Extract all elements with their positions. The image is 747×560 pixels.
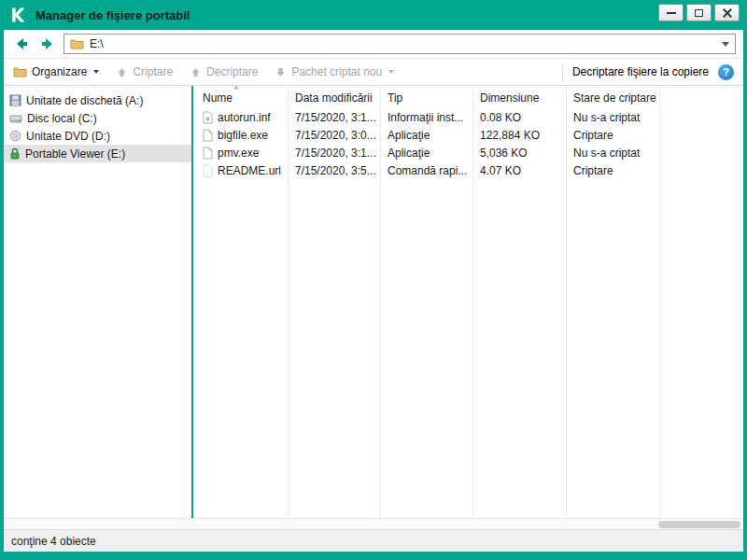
maximize-icon	[695, 9, 703, 17]
file-encryption-status: Criptare	[566, 129, 659, 142]
file-row[interactable]: pmv.exe 7/15/2020, 3:1... Aplicaţie 5,03…	[193, 144, 743, 161]
file-encryption-status: Nu s-a criptat	[566, 111, 659, 124]
organize-button[interactable]: Organizare	[13, 65, 99, 78]
close-icon	[723, 8, 732, 18]
back-button[interactable]	[11, 34, 32, 54]
caption-buttons	[658, 4, 740, 21]
arrow-up-icon	[190, 66, 202, 78]
file-modified: 7/15/2020, 3:1...	[288, 147, 380, 160]
column-divider[interactable]	[659, 86, 660, 518]
sidebar-item-local-disk-c[interactable]: Disc local (C:)	[4, 109, 191, 127]
decrypt-label: Decriptare	[206, 65, 258, 78]
file-modified: 7/15/2020, 3:0...	[288, 129, 380, 142]
file-size: 5,036 KO	[472, 147, 566, 160]
address-text: E:\	[90, 37, 104, 50]
file-encryption-status: Criptare	[566, 164, 659, 177]
kaspersky-logo-icon	[7, 5, 28, 25]
forward-button[interactable]	[37, 34, 58, 54]
file-size: 122,884 KO	[472, 129, 566, 142]
hard-disk-icon	[9, 113, 22, 124]
file-name: autorun.inf	[218, 111, 271, 124]
column-divider[interactable]	[566, 86, 567, 518]
exe-file-icon	[203, 147, 213, 160]
window-title: Manager de fişiere portabil	[35, 8, 190, 22]
lock-icon	[9, 147, 21, 160]
file-encryption-status: Nu s-a criptat	[566, 147, 659, 160]
file-row[interactable]: README.url 7/15/2020, 3:5... Comandă rap…	[193, 161, 743, 179]
sidebar-item-label: Unitate de dischetă (A:)	[26, 94, 143, 107]
decrypt-on-copy-option[interactable]: Decriptare fişiere la copiere	[572, 65, 709, 78]
file-modified: 7/15/2020, 3:1...	[288, 111, 380, 124]
arrow-up-icon	[116, 66, 128, 78]
column-header-size[interactable]: Dimensiune	[472, 91, 566, 105]
decrypt-button[interactable]: Decriptare	[190, 65, 258, 78]
main-area: Unitate de dischetă (A:) Disc local (C:)…	[4, 86, 743, 518]
status-text: conţine 4 obiecte	[11, 535, 96, 548]
toolbar-right: Decriptare fişiere la copiere ?	[562, 63, 734, 81]
file-row[interactable]: bigfile.exe 7/15/2020, 3:0... Aplicaţie …	[193, 126, 743, 144]
file-row[interactable]: autorun.inf 7/15/2020, 3:1... Informaţii…	[193, 108, 743, 126]
scrollbar-thumb[interactable]	[658, 521, 740, 528]
arrow-down-icon	[275, 66, 287, 78]
encrypt-button[interactable]: Criptare	[116, 65, 173, 78]
address-bar[interactable]: E:\	[63, 34, 736, 54]
client-area: E:\ Organizare Criptare Decriptare Pache…	[4, 30, 743, 552]
file-name: bigfile.exe	[218, 129, 268, 142]
file-type: Aplicaţie	[380, 147, 472, 160]
horizontal-scrollbar[interactable]	[4, 518, 743, 529]
column-divider[interactable]	[288, 86, 289, 518]
sidebar-item-label: Portable Viewer (E:)	[25, 147, 125, 161]
drive-sidebar: Unitate de dischetă (A:) Disc local (C:)…	[4, 86, 191, 518]
file-size: 4.07 KO	[472, 164, 566, 177]
file-type: Comandă rapi...	[380, 164, 472, 177]
file-modified: 7/15/2020, 3:5...	[288, 164, 380, 177]
toolbar-separator	[562, 63, 563, 81]
ini-file-icon	[203, 111, 213, 124]
column-headers: ^ Nume Data modificării Tip Dimensiune S…	[193, 86, 743, 108]
chevron-down-icon	[93, 70, 99, 74]
organize-label: Organizare	[32, 65, 87, 78]
sort-indicator-icon: ^	[234, 86, 238, 93]
help-icon[interactable]: ?	[718, 64, 734, 80]
file-name: README.url	[218, 164, 281, 177]
column-divider[interactable]	[380, 86, 381, 518]
file-size: 0.08 KO	[472, 111, 566, 124]
address-dropdown-icon[interactable]	[722, 42, 729, 47]
new-package-label: Pachet criptat nou	[291, 65, 382, 78]
status-bar: conţine 4 obiecte	[4, 529, 743, 552]
column-header-encryption-status[interactable]: Stare de criptare	[566, 91, 659, 105]
navigation-bar: E:\	[4, 30, 743, 59]
column-header-modified[interactable]: Data modificării	[288, 91, 380, 105]
sidebar-item-dvd-d[interactable]: Unitate DVD (D:)	[4, 127, 191, 145]
close-button[interactable]	[714, 4, 740, 21]
forward-arrow-icon	[39, 35, 56, 52]
file-type: Aplicaţie	[380, 129, 472, 142]
url-file-icon	[203, 164, 213, 177]
minimize-icon	[667, 12, 676, 14]
back-arrow-icon	[13, 35, 30, 52]
exe-file-icon	[203, 129, 213, 142]
file-name: pmv.exe	[218, 147, 259, 160]
toolbar: Organizare Criptare Decriptare Pachet cr…	[4, 59, 743, 86]
floppy-icon	[9, 94, 21, 106]
minimize-button[interactable]	[658, 4, 684, 21]
title-bar: Manager de fişiere portabil	[0, 0, 747, 30]
sidebar-item-floppy-a[interactable]: Unitate de dischetă (A:)	[4, 91, 191, 109]
chevron-down-icon	[388, 70, 394, 74]
sidebar-item-label: Unitate DVD (D:)	[26, 130, 110, 143]
folder-icon	[70, 38, 84, 49]
column-header-name[interactable]: Nume	[193, 91, 288, 105]
file-type: Informaţii inst...	[380, 111, 472, 124]
folder-icon	[13, 66, 27, 77]
maximize-button[interactable]	[686, 4, 712, 21]
app-window: Manager de fişiere portabil E:\	[0, 0, 747, 560]
encrypt-label: Criptare	[133, 65, 173, 78]
file-list: ^ Nume Data modificării Tip Dimensiune S…	[193, 86, 743, 518]
sidebar-item-label: Disc local (C:)	[27, 112, 97, 125]
new-encrypted-package-button[interactable]: Pachet criptat nou	[275, 65, 394, 78]
column-divider[interactable]	[472, 86, 473, 518]
sidebar-item-portable-viewer-e[interactable]: Portable Viewer (E:)	[4, 145, 191, 162]
column-header-type[interactable]: Tip	[380, 91, 472, 105]
dvd-icon	[9, 130, 21, 142]
